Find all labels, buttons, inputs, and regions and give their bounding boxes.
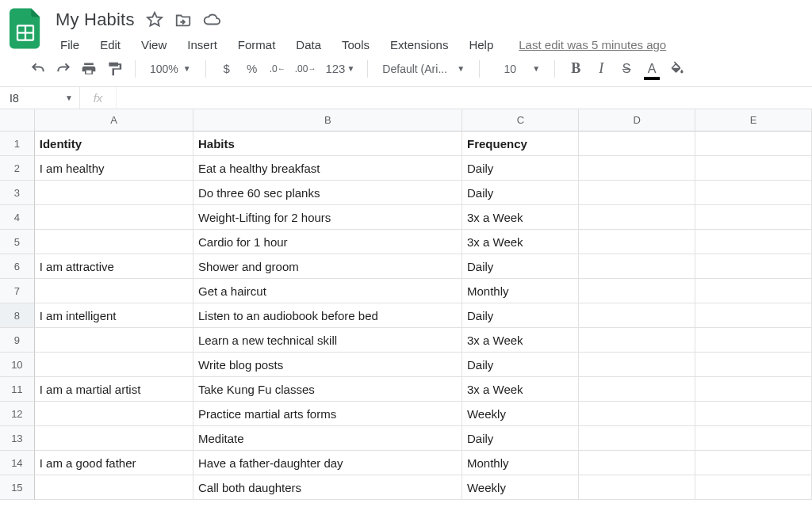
cell[interactable] [579,181,695,205]
cell[interactable] [35,402,193,426]
row-header[interactable]: 4 [0,205,35,230]
cell[interactable]: Monthly [462,279,579,303]
more-formats-dropdown[interactable]: 123 ▼ [322,57,358,81]
cell[interactable] [695,475,812,500]
cell[interactable]: I am a martial artist [35,377,193,402]
cell[interactable] [695,156,812,181]
menu-view[interactable]: View [132,35,176,55]
cell[interactable]: Identity [35,132,193,156]
redo-button[interactable] [52,57,75,81]
format-percent-button[interactable]: % [241,57,263,81]
cell[interactable]: I am a good father [35,451,193,475]
cell[interactable] [35,353,193,377]
menu-extensions[interactable]: Extensions [381,35,458,55]
cell[interactable] [579,475,695,500]
cell[interactable]: Cardio for 1 hour [193,230,462,254]
cell[interactable] [579,303,695,328]
cell[interactable]: Practice martial arts forms [193,402,462,426]
cell[interactable] [695,377,812,402]
row-header[interactable]: 5 [0,230,35,254]
cell[interactable] [579,205,695,230]
fill-color-button[interactable] [666,57,688,81]
text-color-button[interactable]: A [641,57,663,81]
row-header[interactable]: 13 [0,426,35,451]
cell[interactable] [35,328,193,353]
cell[interactable]: Take Kung Fu classes [193,377,462,402]
cell[interactable] [695,303,812,328]
bold-button[interactable]: B [565,57,587,81]
cell[interactable]: Daily [462,426,579,451]
cell[interactable]: Shower and groom [193,254,462,279]
formula-input[interactable] [116,87,812,109]
cell[interactable] [579,132,695,156]
cell[interactable]: I am intelligent [35,303,193,328]
cell[interactable]: Weight-Lifting for 2 hours [193,205,462,230]
cell[interactable] [35,279,193,303]
cell[interactable] [579,156,695,181]
col-header-B[interactable]: B [193,109,462,132]
paint-format-button[interactable] [103,57,125,81]
menu-tools[interactable]: Tools [332,35,379,55]
cell[interactable] [579,254,695,279]
menu-edit[interactable]: Edit [90,35,130,55]
row-header[interactable]: 8 [0,303,35,328]
increase-decimal-button[interactable]: .00→ [292,57,320,81]
font-size-dropdown[interactable]: 10 ▼ [489,63,545,75]
cell[interactable] [695,230,812,254]
cell[interactable]: I am healthy [35,156,193,181]
cell[interactable] [35,230,193,254]
row-header[interactable]: 14 [0,451,35,475]
cell[interactable] [695,254,812,279]
col-header-E[interactable]: E [695,109,812,132]
name-box[interactable]: I8 ▼ [0,87,79,109]
cell[interactable]: Get a haircut [193,279,462,303]
cell[interactable]: Daily [462,353,579,377]
cell[interactable] [695,205,812,230]
cell[interactable] [695,426,812,451]
row-header[interactable]: 12 [0,402,35,426]
cell[interactable]: Write blog posts [193,353,462,377]
row-header[interactable]: 1 [0,132,35,156]
cell[interactable] [579,451,695,475]
cell[interactable] [695,328,812,353]
font-family-dropdown[interactable]: Default (Ari... ▼ [377,63,469,75]
cell[interactable] [579,230,695,254]
cell[interactable]: Weekly [462,402,579,426]
cell[interactable]: 3x a Week [462,377,579,402]
cell[interactable] [35,426,193,451]
cell[interactable] [579,402,695,426]
undo-button[interactable] [27,57,49,81]
menu-insert[interactable]: Insert [178,35,227,55]
select-all-corner[interactable] [0,109,35,132]
menu-file[interactable]: File [51,35,89,55]
col-header-A[interactable]: A [35,109,193,132]
cell[interactable] [695,279,812,303]
move-icon[interactable] [174,11,192,29]
cell[interactable] [695,181,812,205]
row-header[interactable]: 6 [0,254,35,279]
cell[interactable]: Habits [193,132,462,156]
row-header[interactable]: 15 [0,475,35,500]
cell[interactable]: Frequency [462,132,579,156]
menu-format[interactable]: Format [228,35,285,55]
spreadsheet-grid[interactable]: A B C D E 1 Identity Habits Frequency 2I… [0,109,812,500]
zoom-dropdown[interactable]: 100% ▼ [145,63,196,75]
row-header[interactable]: 3 [0,181,35,205]
cell[interactable]: Daily [462,303,579,328]
cell[interactable] [579,279,695,303]
cell[interactable] [695,402,812,426]
cell[interactable]: Daily [462,156,579,181]
col-header-C[interactable]: C [462,109,579,132]
cell[interactable] [695,353,812,377]
cell[interactable] [35,475,193,500]
italic-button[interactable]: I [590,57,612,81]
row-header[interactable]: 2 [0,156,35,181]
print-button[interactable] [78,57,100,81]
cell[interactable]: Daily [462,254,579,279]
cell[interactable]: Eat a healthy breakfast [193,156,462,181]
format-currency-button[interactable]: $ [216,57,238,81]
col-header-D[interactable]: D [579,109,695,132]
cell[interactable]: Have a father-daughter day [193,451,462,475]
cell[interactable] [35,181,193,205]
cell[interactable]: 3x a Week [462,205,579,230]
